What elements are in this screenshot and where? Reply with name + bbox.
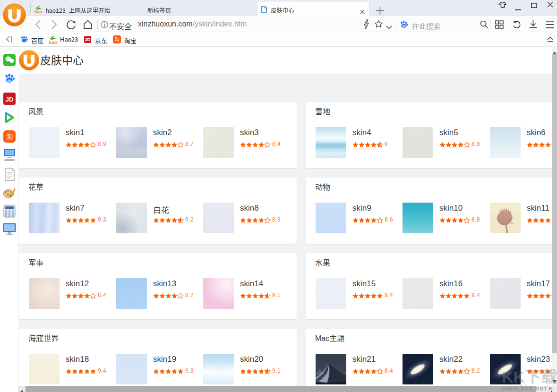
- svg-text:hao: hao: [49, 40, 57, 44]
- svg-text:du: du: [7, 78, 12, 83]
- svg-text:du: du: [402, 25, 406, 27]
- svg-text:淘: 淘: [114, 35, 120, 43]
- svg-text:JD: JD: [85, 37, 91, 42]
- svg-text:JD: JD: [6, 96, 14, 103]
- svg-text:hao: hao: [34, 9, 42, 14]
- svg-text:淘: 淘: [6, 131, 13, 141]
